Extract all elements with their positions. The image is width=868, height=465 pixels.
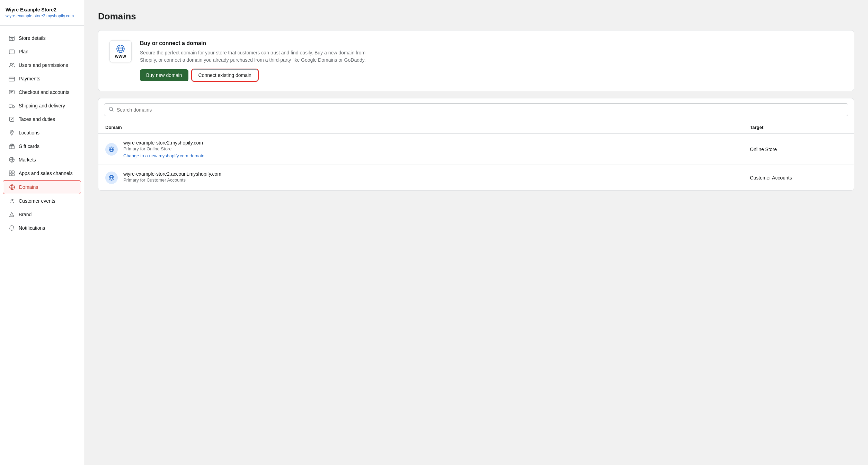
buy-new-domain-button[interactable]: Buy new domain <box>140 69 188 81</box>
search-input[interactable] <box>117 107 844 113</box>
domain-sub: Primary for Customer Accounts <box>123 177 744 183</box>
users-icon <box>8 62 15 69</box>
svg-rect-0 <box>9 37 14 41</box>
gift-icon <box>8 143 15 150</box>
promo-description: Secure the perfect domain for your store… <box>140 49 382 64</box>
sidebar-item-store-details[interactable]: Store details <box>3 32 81 45</box>
sidebar-item-markets[interactable]: Markets <box>3 153 81 166</box>
sidebar-item-checkout-accounts[interactable]: Checkout and accounts <box>3 86 81 99</box>
svg-point-9 <box>13 107 14 108</box>
sidebar-item-taxes-duties[interactable]: Taxes and duties <box>3 113 81 126</box>
search-bar <box>104 103 848 116</box>
table-header: Domain Target <box>98 121 854 134</box>
taxes-icon <box>8 116 15 123</box>
svg-rect-13 <box>10 144 14 146</box>
svg-rect-16 <box>12 171 14 173</box>
sidebar-item-apps-sales-channels[interactable]: Apps and sales channels <box>3 167 81 180</box>
svg-point-3 <box>10 63 12 65</box>
sidebar-item-gift-cards[interactable]: Gift cards <box>3 140 81 153</box>
shipping-icon <box>8 102 15 109</box>
sidebar-item-notifications[interactable]: Notifications <box>3 221 81 235</box>
sidebar-item-label: Notifications <box>19 225 45 231</box>
sidebar-item-label: Domains <box>19 184 38 190</box>
svg-rect-17 <box>9 174 11 176</box>
locations-icon <box>8 129 15 136</box>
sidebar-item-label: Store details <box>19 35 46 41</box>
main-content: Domains WWW Buy or connect a domain Secu… <box>84 0 868 465</box>
domain-info: wiyre-example-store2.myshopify.com Prima… <box>123 140 744 158</box>
store-info: Wiyre Example Store2 wiyre-example-store… <box>0 7 84 26</box>
svg-rect-7 <box>9 105 13 107</box>
domain-globe-icon <box>105 143 118 156</box>
domain-target: Customer Accounts <box>750 175 847 181</box>
markets-icon <box>8 156 15 163</box>
sidebar-item-label: Shipping and delivery <box>19 103 65 108</box>
sidebar-item-label: Apps and sales channels <box>19 170 73 176</box>
domain-info: wiyre-example-store2.account.myshopify.c… <box>123 171 744 184</box>
table-row: wiyre-example-store2.myshopify.com Prima… <box>98 134 854 165</box>
domain-name: wiyre-example-store2.myshopify.com <box>123 140 744 146</box>
domain-globe-icon <box>105 172 118 184</box>
brand-icon <box>8 211 15 218</box>
svg-point-11 <box>11 131 12 133</box>
sidebar-item-label: Markets <box>19 157 36 163</box>
svg-rect-1 <box>11 39 12 41</box>
domain-target: Online Store <box>750 147 847 152</box>
sidebar-item-customer-events[interactable]: Customer events <box>3 194 81 208</box>
promo-title: Buy or connect a domain <box>140 40 843 46</box>
sidebar-item-label: Customer events <box>19 198 55 204</box>
domain-name: wiyre-example-store2.account.myshopify.c… <box>123 171 744 177</box>
promo-card: WWW Buy or connect a domain Secure the p… <box>98 30 854 91</box>
sidebar-item-users-permissions[interactable]: Users and permissions <box>3 59 81 72</box>
sidebar-item-locations[interactable]: Locations <box>3 126 81 139</box>
customer-events-icon <box>8 198 15 204</box>
sidebar-item-label: Locations <box>19 130 39 135</box>
www-icon: WWW <box>109 40 132 62</box>
sidebar-item-label: Gift cards <box>19 143 39 149</box>
search-bar-wrap <box>98 98 854 121</box>
notifications-icon <box>8 225 15 231</box>
promo-content: Buy or connect a domain Secure the perfe… <box>140 40 843 81</box>
plan-icon <box>8 48 15 55</box>
col-domain-header: Domain <box>105 125 750 130</box>
store-name: Wiyre Example Store2 <box>6 7 78 12</box>
www-label: WWW <box>115 54 126 59</box>
sidebar-item-plan[interactable]: Plan <box>3 45 81 58</box>
sidebar-item-label: Payments <box>19 76 40 81</box>
svg-rect-5 <box>9 77 15 81</box>
sidebar-item-payments[interactable]: Payments <box>3 72 81 85</box>
store-url[interactable]: wiyre-example-store2.myshopify.com <box>6 14 78 18</box>
sidebar-item-brand[interactable]: Brand <box>3 208 81 221</box>
search-icon <box>108 106 114 113</box>
svg-rect-15 <box>9 171 11 173</box>
sidebar-item-label: Users and permissions <box>19 62 68 68</box>
sidebar-nav: Store details Plan Users and permissions… <box>0 28 84 238</box>
sidebar-item-label: Checkout and accounts <box>19 89 69 95</box>
domain-sub: Primary for Online Store <box>123 146 744 151</box>
globe-icon <box>9 184 16 191</box>
payments-icon <box>8 75 15 82</box>
table-row: wiyre-example-store2.account.myshopify.c… <box>98 165 854 190</box>
checkout-icon <box>8 89 15 96</box>
sidebar: Wiyre Example Store2 wiyre-example-store… <box>0 0 84 465</box>
svg-point-4 <box>12 63 14 65</box>
connect-existing-domain-button[interactable]: Connect existing domain <box>192 69 258 81</box>
sidebar-item-shipping-delivery[interactable]: Shipping and delivery <box>3 99 81 112</box>
page-title: Domains <box>98 11 854 22</box>
svg-point-20 <box>11 199 12 201</box>
col-target-header: Target <box>750 125 847 130</box>
sidebar-item-label: Taxes and duties <box>19 116 55 122</box>
svg-rect-18 <box>12 174 14 176</box>
sidebar-item-domains[interactable]: Domains <box>3 180 81 194</box>
svg-point-8 <box>10 107 11 108</box>
sidebar-item-label: Brand <box>19 212 32 217</box>
svg-point-26 <box>109 107 113 111</box>
apps-icon <box>8 170 15 177</box>
sidebar-item-label: Plan <box>19 49 28 54</box>
svg-rect-6 <box>9 90 14 94</box>
promo-buttons: Buy new domain Connect existing domain <box>140 69 843 81</box>
domains-card: Domain Target wiyre-example-store2.mysho… <box>98 98 854 191</box>
domain-change-link[interactable]: Change to a new myshopify.com domain <box>123 153 204 158</box>
store-icon <box>8 35 15 42</box>
